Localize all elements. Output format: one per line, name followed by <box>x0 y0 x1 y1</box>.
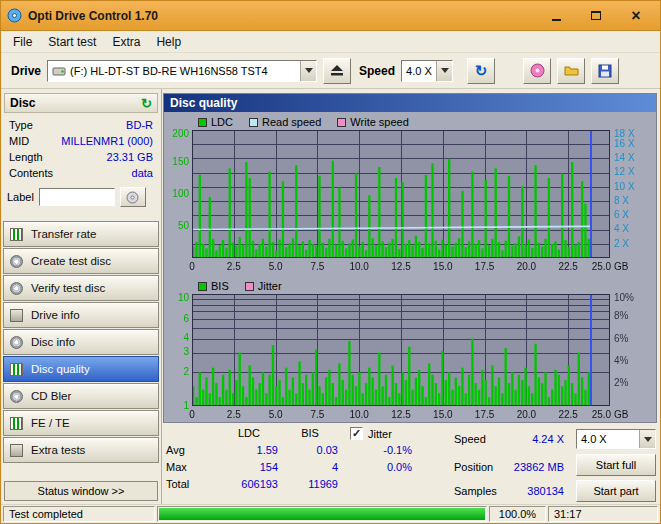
bis-swatch-icon <box>198 282 207 291</box>
label-input[interactable] <box>39 188 115 206</box>
drive-info-icon <box>10 309 23 322</box>
sidebar-item-fe-te[interactable]: FE / TE <box>3 410 159 436</box>
info-value: data <box>132 166 153 180</box>
start-part-button[interactable]: Start part <box>576 480 656 502</box>
legend-write-speed: Write speed <box>337 116 409 128</box>
info-label: Length <box>9 150 43 164</box>
drive-select-arrow[interactable] <box>300 61 316 81</box>
maximize-icon <box>591 11 601 20</box>
scan-speed-arrow[interactable] <box>639 430 655 448</box>
disc-info-row-contents: Contents data <box>1 165 161 181</box>
write-label-button[interactable] <box>120 187 146 207</box>
legend-bottom: BIS Jitter <box>198 280 282 292</box>
drive-label: Drive <box>11 64 41 78</box>
sidebar-item-disc-quality[interactable]: Disc quality <box>3 356 159 382</box>
drive-icon <box>52 65 66 77</box>
verify-test-disc-icon <box>10 282 23 295</box>
max-jitter-value: 0.0% <box>350 461 412 473</box>
info-label: Contents <box>9 166 53 180</box>
toolbar: Drive (F:) HL-DT-ST BD-RE WH16NS58 TST4 … <box>1 53 660 89</box>
open-button[interactable] <box>557 58 585 84</box>
menu-help[interactable]: Help <box>148 33 189 51</box>
minimize-icon <box>552 19 561 21</box>
sidebar-item-label: Disc info <box>31 336 75 348</box>
minimize-button[interactable] <box>542 5 570 27</box>
start-full-button[interactable]: Start full <box>576 454 656 476</box>
avg-bis-value: 0.03 <box>282 444 338 456</box>
sidebar-item-create-test-disc[interactable]: Create test disc <box>3 248 159 274</box>
eject-button[interactable] <box>323 58 351 84</box>
disc-info-row-length: Length 23.31 GB <box>1 149 161 165</box>
position-stat-label: Position <box>454 461 493 473</box>
erase-disc-button[interactable] <box>523 58 551 84</box>
drive-select[interactable]: (F:) HL-DT-ST BD-RE WH16NS58 TST4 <box>47 60 317 82</box>
speed-stat-label: Speed <box>454 433 486 445</box>
jitter-checkbox[interactable]: ✓ <box>350 427 363 440</box>
drive-select-value: (F:) HL-DT-ST BD-RE WH16NS58 TST4 <box>70 65 268 77</box>
main-panel: Disc quality LDC Read speed Write speed … <box>162 89 660 504</box>
speed-select-arrow[interactable] <box>436 61 452 81</box>
sidebar-item-disc-info[interactable]: Disc info <box>3 329 159 355</box>
max-bis-value: 4 <box>282 461 338 473</box>
jitter-swatch-icon <box>245 282 254 291</box>
sidebar-item-label: FE / TE <box>31 417 70 429</box>
chart-area: Disc quality LDC Read speed Write speed … <box>163 93 657 423</box>
bis-column-header: BIS <box>282 427 338 439</box>
total-bis-value: 11969 <box>282 478 338 490</box>
max-row-label: Max <box>166 461 187 473</box>
progress-bar <box>159 508 485 520</box>
refresh-button[interactable]: ↻ <box>467 58 495 84</box>
disc-info-icon <box>10 336 23 349</box>
speed-select[interactable]: 4.0 X <box>401 60 453 82</box>
avg-ldc-value: 1.59 <box>220 444 278 456</box>
create-test-disc-icon <box>10 255 23 268</box>
erase-disc-icon <box>530 63 545 78</box>
open-folder-icon <box>564 64 579 77</box>
disc-info-row-mid: MID MILLENMR1 (000) <box>1 133 161 149</box>
status-window-button[interactable]: Status window >> <box>4 481 158 501</box>
content: Disc ↻ Type BD-R MID MILLENMR1 (000) Len… <box>1 89 660 504</box>
fe-te-icon <box>10 417 23 430</box>
max-ldc-value: 154 <box>220 461 278 473</box>
sidebar-item-extra-tests[interactable]: Extra tests <box>3 437 159 463</box>
sidebar-item-label: Verify test disc <box>31 282 105 294</box>
sidebar-item-drive-info[interactable]: Drive info <box>3 302 159 328</box>
position-stat-value: 23862 MB <box>500 461 564 473</box>
sidebar-item-label: Disc quality <box>31 363 90 375</box>
avg-row-label: Avg <box>166 444 185 456</box>
eject-icon <box>330 64 344 77</box>
scan-speed-select[interactable]: 4.0 X <box>576 429 656 449</box>
legend-jitter: Jitter <box>245 280 282 292</box>
ldc-speed-chart <box>164 128 656 278</box>
sidebar-item-transfer-rate[interactable]: Transfer rate <box>3 221 159 247</box>
close-button[interactable]: × <box>622 5 650 27</box>
maximize-button[interactable] <box>582 5 610 27</box>
menu-extra[interactable]: Extra <box>104 33 148 51</box>
info-value: MILLENMR1 (000) <box>61 134 153 148</box>
bis-jitter-chart <box>164 292 656 422</box>
progress-cell <box>157 506 487 522</box>
samples-stat-value: 380134 <box>500 485 564 497</box>
app-window: Opti Drive Control 1.70 × File Start tes… <box>0 0 661 524</box>
write-speed-swatch-icon <box>337 118 346 127</box>
info-label: MID <box>9 134 29 148</box>
sidebar-item-verify-test-disc[interactable]: Verify test disc <box>3 275 159 301</box>
app-icon <box>7 8 22 23</box>
info-value: BD-R <box>126 118 153 132</box>
menu-start-test[interactable]: Start test <box>40 33 104 51</box>
sidebar-item-label: Extra tests <box>31 444 85 456</box>
save-button[interactable] <box>591 58 619 84</box>
avg-jitter-value: -0.1% <box>350 444 412 456</box>
chart-panel-title: Disc quality <box>164 94 656 112</box>
legend-top: LDC Read speed Write speed <box>198 116 409 128</box>
legend-read-speed: Read speed <box>249 116 321 128</box>
speed-select-value: 4.0 X <box>406 65 432 77</box>
sidebar-nav: Transfer rate Create test disc Verify te… <box>1 221 161 463</box>
disc-refresh-button[interactable]: ↻ <box>141 97 152 110</box>
sidebar-item-label: CD Bler <box>31 390 71 402</box>
read-speed-swatch-icon <box>249 118 258 127</box>
menu-file[interactable]: File <box>5 33 40 51</box>
menubar: File Start test Extra Help <box>1 31 660 53</box>
jitter-column-header: Jitter <box>368 428 392 440</box>
sidebar-item-cd-bler[interactable]: CD Bler <box>3 383 159 409</box>
